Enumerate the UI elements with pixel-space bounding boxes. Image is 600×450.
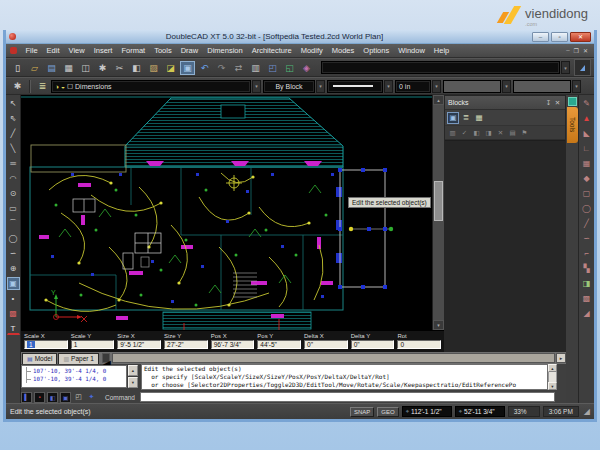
grid-icon[interactable]: ▦	[580, 157, 593, 170]
menu-view[interactable]: View	[64, 46, 89, 55]
menu-window[interactable]: Window	[394, 46, 430, 55]
paste-icon[interactable]: ▨	[146, 61, 161, 75]
cut-icon[interactable]: ✂	[112, 61, 127, 75]
geo-toggle[interactable]: GEO	[377, 407, 398, 417]
menu-modify[interactable]: Modify	[296, 46, 327, 55]
block-copy-icon[interactable]: ◧	[471, 127, 482, 138]
canvas-vertical-scrollbar[interactable]: ▴ ▾	[432, 95, 444, 330]
window-dot-icon[interactable]: ◰	[73, 392, 84, 403]
menu-options[interactable]: Options	[359, 46, 394, 55]
point-tool-icon[interactable]: •	[7, 292, 20, 305]
workspace-icon[interactable]: ◰	[265, 61, 280, 75]
warning-icon[interactable]: ▲	[580, 112, 593, 125]
cmd-style-button-1[interactable]: ▌	[21, 392, 32, 403]
render-icon[interactable]: ◱	[282, 61, 297, 75]
copy-icon[interactable]: ◧	[129, 61, 144, 75]
history-down-icon[interactable]: ▾	[128, 377, 138, 388]
drawing-canvas[interactable]: Y	[21, 95, 432, 330]
confirm-icon[interactable]: ✓	[459, 127, 470, 138]
settings-icon[interactable]: ✱	[95, 61, 110, 75]
new-icon[interactable]: ▯	[10, 61, 25, 75]
menu-edit[interactable]: Edit	[42, 46, 64, 55]
blocks-icon[interactable]: ▚	[580, 262, 593, 275]
pen-width-combo[interactable]: 0 in	[395, 80, 431, 93]
close-button[interactable]: ✕	[570, 32, 591, 42]
hatch-icon[interactable]: ▩	[580, 292, 593, 305]
color-combo-dropdown[interactable]: ▾	[316, 80, 325, 93]
prompt-scroll-up-icon[interactable]: ▴	[548, 364, 557, 372]
select-tool-icon[interactable]: ↖	[7, 97, 20, 110]
block-paste-icon[interactable]: ◨	[483, 127, 494, 138]
command-input[interactable]	[140, 392, 555, 402]
app-icon[interactable]	[9, 33, 16, 40]
tab-model[interactable]: ▤ Model	[22, 353, 57, 364]
multiline-tool-icon[interactable]: ═	[7, 157, 20, 170]
menu-draw[interactable]: Draw	[176, 46, 203, 55]
wave-icon[interactable]: ∽	[580, 232, 593, 245]
print-icon[interactable]: ▦	[61, 61, 76, 75]
scroll-up-icon[interactable]: ▴	[433, 95, 444, 105]
prompt-scroll-down-icon[interactable]: ▾	[548, 382, 557, 390]
size-y-input[interactable]: 27'-2"	[164, 340, 208, 349]
slash-icon[interactable]: ╱	[580, 217, 593, 230]
insert-object-icon[interactable]: ⇄	[231, 61, 246, 75]
minimize-button[interactable]: –	[532, 32, 549, 42]
square-icon[interactable]: ▢	[580, 187, 593, 200]
line-style-dropdown[interactable]: ▾	[384, 80, 393, 93]
scale-y-input[interactable]: 1	[71, 340, 115, 349]
selector-combo[interactable]	[321, 61, 560, 74]
history-item[interactable]: 107'-10, 39'-4 1/4, 0	[26, 375, 124, 383]
snap-toggle[interactable]: SNAP	[350, 407, 374, 417]
angle-icon[interactable]: ∟	[580, 142, 593, 155]
detail-view-icon[interactable]: ▦	[473, 112, 485, 124]
history-up-icon[interactable]: ▴	[128, 365, 138, 376]
menu-architecture[interactable]: Architecture	[247, 46, 296, 55]
menu-format[interactable]: Format	[117, 46, 150, 55]
tab-scroll-left[interactable]: ◂	[102, 353, 110, 363]
line-tool-icon[interactable]: ╱	[7, 127, 20, 140]
node-edit-tool-icon[interactable]: ⇖	[7, 112, 20, 125]
polyline-tool-icon[interactable]: ╲	[7, 142, 20, 155]
coordinate-x-display[interactable]: ⌖ 112'-1 1/2"	[402, 406, 452, 417]
open-icon[interactable]: ▱	[27, 61, 42, 75]
pos-y-input[interactable]: 44'-5"	[257, 340, 301, 349]
redo-icon[interactable]: ↷	[214, 61, 229, 75]
menu-insert[interactable]: Insert	[89, 46, 117, 55]
selector-combo-dropdown[interactable]: ▾	[561, 61, 570, 74]
menu-file[interactable]: File	[21, 46, 42, 55]
pen-width-dropdown[interactable]: ▾	[432, 80, 441, 93]
diamond-icon[interactable]: ◆	[580, 172, 593, 185]
scroll-down-icon[interactable]: ▾	[433, 320, 444, 330]
format-brush-icon[interactable]: ◪	[163, 61, 178, 75]
delta-y-input[interactable]: 0"	[351, 340, 395, 349]
menu-modes[interactable]: Modes	[327, 46, 359, 55]
arc-tool-icon[interactable]: ◠	[7, 172, 20, 185]
spline-tool-icon[interactable]: ∽	[7, 247, 20, 260]
mdi-restore-icon[interactable]: ❐	[574, 47, 579, 54]
cmd-style-button-3[interactable]: ◧	[47, 392, 58, 403]
menu-dimension[interactable]: Dimension	[203, 46, 247, 55]
scale-x-input[interactable]: 1	[24, 340, 68, 349]
line-style-combo[interactable]	[327, 80, 383, 93]
blocks-list-area[interactable]	[445, 140, 565, 351]
maximize-button[interactable]: ▫	[551, 32, 568, 42]
delta-x-input[interactable]: 0"	[304, 340, 348, 349]
layer-combo-dropdown[interactable]: ▾	[252, 80, 261, 93]
save-icon[interactable]: ▤	[44, 61, 59, 75]
tools-tab[interactable]: Tools	[567, 107, 578, 143]
panel-close-icon[interactable]: ✕	[553, 99, 562, 107]
size-x-input[interactable]: 9'-5 1/2"	[117, 340, 161, 349]
tab-scroll-right[interactable]: ▸	[556, 353, 566, 363]
menu-tools[interactable]: Tools	[150, 46, 177, 55]
resize-grip-icon[interactable]: ◢	[584, 407, 590, 416]
prompt-scroll-track[interactable]	[548, 372, 557, 382]
block-delete-icon[interactable]: ✕	[495, 127, 506, 138]
pin-icon[interactable]: ↧	[544, 99, 553, 107]
ellipse-tool-icon[interactable]: ⊕	[7, 262, 20, 275]
print-preview-icon[interactable]: ◫	[78, 61, 93, 75]
coordinate-y-display[interactable]: ⌖ 52'-11 3/4"	[455, 406, 505, 417]
list-view-icon[interactable]: ≣	[460, 112, 472, 124]
rectangle-tool-icon[interactable]: ▭	[7, 202, 20, 215]
circle-icon[interactable]: ◯	[580, 202, 593, 215]
rot-input[interactable]: 0	[397, 340, 441, 349]
